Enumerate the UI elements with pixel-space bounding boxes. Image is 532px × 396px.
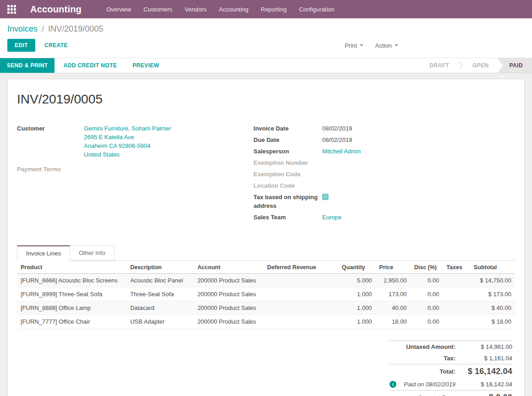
notebook: Invoice Lines Other Info Product Descrip… bbox=[17, 245, 515, 396]
cell-account: 200000 Product Sales bbox=[194, 315, 263, 329]
print-dropdown[interactable]: Print bbox=[345, 42, 363, 49]
action-dropdown[interactable]: Action bbox=[375, 42, 398, 49]
menu-item-reporting[interactable]: Reporting bbox=[261, 6, 286, 13]
tab-other-info[interactable]: Other Info bbox=[70, 245, 115, 260]
tax-row: Tax: $ 1,161.04 bbox=[389, 353, 512, 364]
customer-label: Customer bbox=[17, 124, 84, 159]
breadcrumb-current: INV/2019/0005 bbox=[48, 24, 103, 33]
apps-grid-icon[interactable] bbox=[7, 5, 16, 14]
paid-row: i Paid on 08/02/2019 $ 16,142.04 bbox=[389, 379, 512, 390]
col-account: Account bbox=[194, 261, 263, 274]
table-row[interactable]: [FURN_7777] Office Chair USB Adapter 200… bbox=[17, 315, 515, 329]
sales-team-label: Sales Team bbox=[253, 213, 322, 222]
exemption-code-field: Exemption Code bbox=[253, 170, 515, 179]
amount-due-label: Amount Due: bbox=[389, 394, 462, 396]
table-row[interactable]: [FURN_8888] Office Lamp Datacard 200000 … bbox=[17, 301, 515, 315]
amount-due-value: $ 0.00 bbox=[462, 393, 512, 396]
col-subtotal: Subtotal bbox=[470, 261, 515, 274]
cell-quantity: 1.000 bbox=[338, 301, 376, 315]
cell-taxes bbox=[443, 301, 470, 315]
sales-team-link[interactable]: Europe bbox=[322, 213, 341, 222]
breadcrumb: Invoices / INV/2019/0005 bbox=[0, 18, 532, 35]
cell-product: [FURN_7777] Office Chair bbox=[17, 315, 126, 329]
table-header-row: Product Description Account Deferred Rev… bbox=[17, 261, 515, 274]
table-row[interactable]: [FURN_6666] Acoustic Bloc Screens Acoust… bbox=[17, 274, 515, 288]
cell-description: USB Adapter bbox=[126, 315, 194, 329]
cell-description: Three-Seat Sofa bbox=[126, 288, 194, 301]
total-row: Total: $ 16,142.04 bbox=[389, 364, 512, 379]
salesperson-link[interactable]: Mitchell Admin bbox=[322, 147, 361, 156]
tax-value: $ 1,161.04 bbox=[462, 355, 512, 362]
tax-shipping-checkbox[interactable]: ✓ bbox=[322, 194, 329, 200]
top-navbar: Accounting Overview Customers Vendors Ac… bbox=[0, 0, 532, 18]
menu-item-overview[interactable]: Overview bbox=[106, 6, 131, 13]
cell-price: 173.00 bbox=[376, 288, 411, 301]
cell-deferred bbox=[263, 274, 338, 288]
control-panel: Invoices / INV/2019/0005 EDIT CREATE Pri… bbox=[0, 18, 532, 58]
exemption-code-label: Exemption Code bbox=[253, 170, 322, 179]
payment-terms-field: Payment Terms bbox=[17, 165, 253, 174]
cell-description: Datacard bbox=[126, 301, 194, 315]
create-button[interactable]: CREATE bbox=[38, 39, 74, 51]
status-paid[interactable]: PAID bbox=[498, 58, 532, 73]
col-deferred-revenue: Deferred Revenue bbox=[263, 261, 338, 274]
salesperson-label: Salesperson bbox=[253, 147, 322, 156]
payment-terms-label: Payment Terms bbox=[17, 165, 84, 174]
untaxed-amount-value: $ 14,981.00 bbox=[462, 343, 512, 350]
menu-item-customers[interactable]: Customers bbox=[143, 6, 172, 13]
paid-on-label: Paid on 08/02/2019 bbox=[396, 381, 462, 388]
amount-due-row: Amount Due: $ 0.00 bbox=[389, 390, 512, 396]
cell-product: [FURN_8888] Office Lamp bbox=[17, 301, 126, 315]
cell-product: [FURN_8999] Three-Seat Sofa bbox=[17, 288, 126, 301]
check-icon: ✓ bbox=[324, 194, 327, 200]
col-description: Description bbox=[126, 261, 194, 274]
app-title[interactable]: Accounting bbox=[30, 4, 82, 15]
chevron-down-icon bbox=[395, 44, 398, 46]
invoice-date-field: Invoice Date 08/02/2019 bbox=[253, 124, 515, 133]
cell-disc: 0.00 bbox=[411, 288, 443, 301]
cell-description: Acoustic Bloc Panel bbox=[126, 274, 194, 288]
customer-name-link[interactable]: Gemini Furniture, Soham Palmer bbox=[84, 124, 171, 133]
cell-deferred bbox=[263, 288, 338, 301]
chevron-right-icon bbox=[458, 58, 464, 73]
table-row[interactable]: [FURN_8999] Three-Seat Sofa Three-Seat S… bbox=[17, 288, 515, 301]
status-open[interactable]: OPEN bbox=[464, 58, 498, 73]
menu-item-vendors[interactable]: Vendors bbox=[185, 6, 207, 13]
cell-disc: 0.00 bbox=[411, 315, 443, 329]
tax-shipping-label: Tax based on shipping address bbox=[253, 193, 322, 210]
invoice-date-value: 08/02/2019 bbox=[322, 124, 352, 133]
cell-account: 200000 Product Sales bbox=[194, 301, 263, 315]
menu-item-accounting[interactable]: Accounting bbox=[219, 6, 248, 13]
cell-taxes bbox=[443, 315, 470, 329]
status-draft[interactable]: DRAFT bbox=[421, 58, 458, 73]
print-dropdown-label: Print bbox=[345, 42, 357, 49]
cell-price: 18.00 bbox=[376, 315, 411, 329]
invoice-lines-table: Product Description Account Deferred Rev… bbox=[17, 261, 515, 329]
customer-field: Customer Gemini Furniture, Soham Palmer … bbox=[17, 124, 253, 159]
menu-item-configuration[interactable]: Configuration bbox=[299, 6, 334, 13]
invoice-form-sheet: INV/2019/0005 Customer Gemini Furniture,… bbox=[7, 79, 525, 396]
customer-country[interactable]: United States bbox=[84, 150, 171, 159]
tab-invoice-lines[interactable]: Invoice Lines bbox=[17, 245, 70, 261]
invoice-date-label: Invoice Date bbox=[253, 124, 322, 133]
preview-button[interactable]: PREVIEW bbox=[126, 58, 166, 73]
total-value: $ 16,142.04 bbox=[462, 367, 512, 376]
cell-disc: 0.00 bbox=[411, 274, 443, 288]
cell-subtotal: $ 18.00 bbox=[470, 315, 515, 329]
cell-price: 2,950.00 bbox=[376, 274, 411, 288]
customer-city[interactable]: Anaheim CA 92806-5904 bbox=[84, 141, 171, 150]
breadcrumb-invoices-link[interactable]: Invoices bbox=[7, 24, 38, 33]
send-print-button[interactable]: SEND & PRINT bbox=[0, 58, 55, 73]
right-field-column: Invoice Date 08/02/2019 Due Date 08/02/2… bbox=[253, 124, 515, 224]
cell-subtotal: $ 40.00 bbox=[470, 301, 515, 315]
col-taxes: Taxes bbox=[443, 261, 470, 274]
customer-street[interactable]: 2695 E Katella Ave bbox=[84, 133, 171, 141]
info-icon[interactable]: i bbox=[389, 381, 396, 388]
add-credit-note-button[interactable]: ADD CREDIT NOTE bbox=[56, 58, 124, 73]
due-date-field: Due Date 08/02/2019 bbox=[253, 136, 515, 144]
status-pipeline: DRAFT OPEN PAID bbox=[421, 58, 532, 73]
due-date-value: 08/02/2019 bbox=[322, 136, 352, 144]
sales-team-field: Sales Team Europe bbox=[253, 213, 515, 222]
edit-button[interactable]: EDIT bbox=[7, 39, 35, 52]
invoice-number-title: INV/2019/0005 bbox=[17, 92, 515, 107]
